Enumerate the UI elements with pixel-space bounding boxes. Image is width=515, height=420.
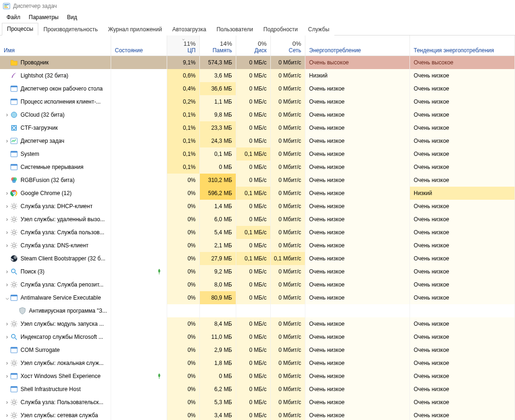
svg-point-30 <box>13 218 15 221</box>
col-header-network[interactable]: 0% Сеть <box>271 35 305 56</box>
cell-status <box>111 213 167 226</box>
chevron-right-icon[interactable]: › <box>4 268 10 275</box>
process-row[interactable]: ⌵Antimalware Service Executable0%80,9 МБ… <box>0 291 515 304</box>
process-row[interactable]: ›Служба узла: Служба репозит...0%8,0 МБ0… <box>0 278 515 291</box>
cell-name: COM Surrogate <box>0 343 111 357</box>
cell-name: Процесс исполнения клиент-... <box>0 95 111 108</box>
process-row[interactable]: Shell Infrastructure Host0%6,2 МБ0 МБ/с0… <box>0 383 515 396</box>
process-row[interactable]: ›Диспетчер задач0,1%24,3 МБ0 МБ/с0 Мбит/… <box>0 134 515 147</box>
process-row[interactable]: ›Узел службы: модуль запуска ...0%8,4 МБ… <box>0 317 515 330</box>
cell-net: 0 Мбит/с <box>271 82 305 95</box>
svg-line-35 <box>12 217 12 217</box>
menu-options[interactable]: Параметры <box>25 13 63 21</box>
svg-line-29 <box>16 204 16 204</box>
col-header-memory[interactable]: 14% Память <box>200 35 236 56</box>
tab-app-history[interactable]: Журнал приложений <box>103 23 167 35</box>
process-row[interactable]: ›Служба узла: DNS-клиент0%2,1 МБ0 МБ/с0 … <box>0 239 515 252</box>
chevron-right-icon[interactable]: › <box>4 190 10 196</box>
process-row[interactable]: Steam Client Bootstrapper (32 б...0%27,9… <box>0 252 515 265</box>
process-row[interactable]: ›Служба узла: Пользовательск...0%5,3 МБ0… <box>0 396 515 409</box>
tab-users[interactable]: Пользователи <box>212 23 258 35</box>
tab-processes[interactable]: Процессы <box>2 23 38 35</box>
menu-view[interactable]: Вид <box>63 13 81 21</box>
process-row[interactable]: Диспетчер окон рабочего стола0,4%36,6 МБ… <box>0 82 515 95</box>
chevron-right-icon[interactable]: › <box>4 112 10 118</box>
process-row[interactable]: Проводник9,1%574,3 МБ0 МБ/с0 Мбит/сОчень… <box>0 56 515 69</box>
col-header-status[interactable]: Состояние <box>111 35 167 56</box>
tab-details[interactable]: Подробности <box>258 23 303 35</box>
cell-net: 0 Мбит/с <box>271 147 305 161</box>
process-row[interactable]: Антивирусная программа "З... <box>0 304 515 317</box>
cell-disk: 0 МБ/с <box>236 317 271 330</box>
tab-performance[interactable]: Производительность <box>38 23 103 35</box>
winexe-icon <box>10 150 18 158</box>
gear-icon <box>10 412 18 419</box>
chevron-right-icon[interactable]: › <box>4 281 10 288</box>
cell-net: 0 Мбит/с <box>271 291 305 304</box>
col-header-power-trend[interactable]: Тенденция энергопотребления <box>410 35 515 56</box>
process-row[interactable]: ›Узел службы: локальная служ...0%1,8 МБ0… <box>0 357 515 370</box>
col-header-cpu[interactable]: ⌵ 11% ЦП <box>167 35 200 56</box>
process-name-label: Узел службы: сетевая служба <box>21 412 98 419</box>
process-row[interactable]: ›Хост Windows Shell Experience0%0 МБ0 МБ… <box>0 370 515 383</box>
process-row[interactable]: Процесс исполнения клиент-...0,2%1,1 МБ0… <box>0 95 515 108</box>
cell-net: 0 Мбит/с <box>271 265 305 278</box>
process-row[interactable]: Lightshot (32 бита)0,6%3,6 МБ0 МБ/с0 Мби… <box>0 69 515 82</box>
cell-disk: 0 МБ/с <box>236 396 271 409</box>
cell-cpu: 0% <box>167 357 200 370</box>
process-row[interactable]: Системные прерывания0,1%0 МБ0 МБ/с0 Мбит… <box>0 161 515 174</box>
svg-line-80 <box>12 322 12 322</box>
tab-services[interactable]: Службы <box>303 23 334 35</box>
col-header-disk[interactable]: 0% Диск <box>236 35 271 56</box>
process-row[interactable]: ›Google Chrome (12)0%596,2 МБ0,1 МБ/с0 М… <box>0 187 515 200</box>
cell-mem: 0 МБ <box>200 370 236 383</box>
cell-power-trend: Очень низкое <box>410 147 515 161</box>
process-row[interactable]: ›Узел службы: сетевая служба0%3,4 МБ0 МБ… <box>0 409 515 420</box>
cell-power: Очень низкое <box>305 121 410 134</box>
cell-disk: 0 МБ/с <box>236 357 271 370</box>
process-row[interactable]: RGBFusion (32 бита)0%310,2 МБ0 МБ/с0 Мби… <box>0 174 515 187</box>
grid-header: Имя Состояние ⌵ 11% ЦП 14% Память 0% Дис… <box>0 35 515 56</box>
chevron-right-icon[interactable]: › <box>4 373 10 379</box>
svg-line-47 <box>16 230 16 231</box>
menu-file[interactable]: Файл <box>3 13 24 21</box>
chevron-right-icon[interactable]: › <box>4 412 10 419</box>
process-row[interactable]: CTF-загрузчик0,1%23,3 МБ0 МБ/с0 Мбит/сОч… <box>0 121 515 134</box>
cell-mem: 1,4 МБ <box>200 200 236 213</box>
process-row[interactable]: ›Индексатор службы Microsoft ...0%11,0 М… <box>0 330 515 343</box>
chevron-right-icon[interactable]: › <box>4 321 10 327</box>
cell-net: 0 Мбит/с <box>271 278 305 291</box>
tab-startup[interactable]: Автозагрузка <box>167 23 212 35</box>
chevron-right-icon[interactable]: › <box>4 229 10 236</box>
chevron-right-icon[interactable]: › <box>4 216 10 223</box>
process-row[interactable]: ›Служба узла: DHCP-клиент0%1,4 МБ0 МБ/с0… <box>0 200 515 213</box>
chevron-down-icon[interactable]: ⌵ <box>4 294 10 301</box>
col-header-power[interactable]: Энергопотребление <box>305 35 410 56</box>
svg-line-93 <box>12 361 12 361</box>
process-row[interactable]: ›Служба узла: Служба пользов...0%5,4 МБ0… <box>0 226 515 239</box>
chevron-right-icon[interactable]: › <box>4 138 10 144</box>
svg-rect-3 <box>4 7 8 8</box>
chevron-right-icon[interactable]: › <box>4 242 10 249</box>
process-list[interactable]: Проводник9,1%574,3 МБ0 МБ/с0 Мбит/сОчень… <box>0 56 515 420</box>
chevron-right-icon[interactable]: › <box>4 334 10 340</box>
chevron-right-icon[interactable]: › <box>4 360 10 366</box>
process-row[interactable]: ›GCloud (32 бита)0,1%9,8 МБ0 МБ/с0 Мбит/… <box>0 108 515 121</box>
col-header-name[interactable]: Имя <box>0 35 111 56</box>
cell-disk: 0 МБ/с <box>236 82 271 95</box>
steam-icon <box>10 255 18 262</box>
svg-point-75 <box>13 322 15 325</box>
cell-net <box>271 304 305 317</box>
svg-line-94 <box>16 364 16 365</box>
chevron-right-icon[interactable]: › <box>4 399 10 406</box>
cell-power-trend: Очень низкое <box>410 95 515 108</box>
chevron-right-icon[interactable]: › <box>4 203 10 210</box>
cell-net: 0 Мбит/с <box>271 383 305 396</box>
winexe-icon <box>10 85 18 92</box>
process-name-label: Поиск (3) <box>21 268 44 275</box>
process-row[interactable]: System0,1%0,1 МБ0,1 МБ/с0 Мбит/сОчень ни… <box>0 147 515 161</box>
process-row[interactable]: COM Surrogate0%2,9 МБ0 МБ/с0 Мбит/сОчень… <box>0 343 515 357</box>
process-row[interactable]: ›Узел службы: удаленный вызо...0%6,0 МБ0… <box>0 213 515 226</box>
process-row[interactable]: ›Поиск (3)0%9,2 МБ0 МБ/с0 Мбит/сОчень ни… <box>0 265 515 278</box>
cell-status <box>111 95 167 108</box>
